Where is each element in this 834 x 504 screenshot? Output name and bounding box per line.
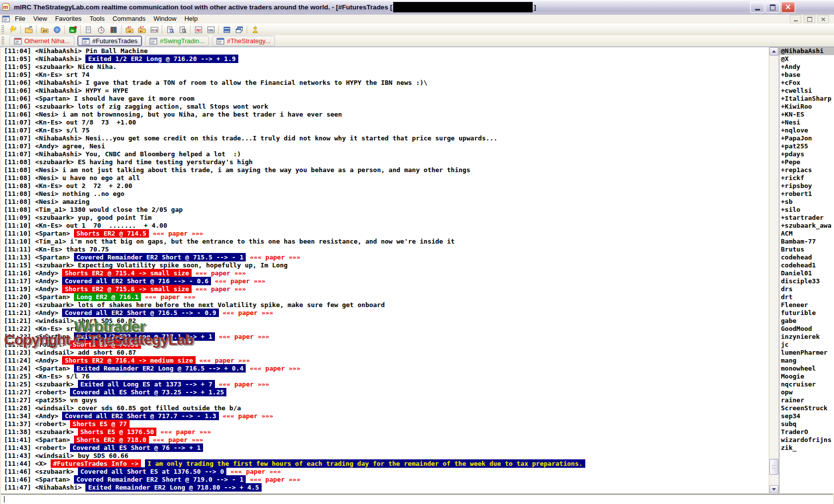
userlist-item[interactable]: +nqlove [779,126,834,134]
userlist-item[interactable]: +silo [779,206,834,214]
tab-othernetniha[interactable]: Othernet Niha... [9,36,74,46]
menu-commands[interactable]: Commands [109,14,149,23]
menu-tools[interactable]: Tools [85,14,108,23]
switchbar-grip-handle[interactable] [1,37,4,45]
tab-futurestrades[interactable]: #FuturesTrades [77,36,142,46]
close-button[interactable]: × [781,1,795,13]
toolbar-options-button[interactable] [22,24,35,35]
scrollbar-thumb[interactable] [769,459,778,475]
userlist-item[interactable]: Daniel01 [779,269,834,277]
toolbar-dcc-options-button[interactable]: DCC [148,24,160,35]
toolbar-cascade-windows-button[interactable] [233,24,245,35]
userlist-item[interactable]: +base [779,71,834,79]
restore-button[interactable] [765,1,780,13]
toolbar-dcc-chat-button[interactable]: C? [136,24,148,35]
userlist-item[interactable]: wizardofrijns [779,436,834,444]
scroll-up-button[interactable] [769,47,778,56]
userlist-item[interactable]: drs [779,285,834,293]
userlist-item[interactable]: +Andy [779,63,834,71]
userlist-item[interactable]: @NihabaAshi [779,47,834,55]
userlist-item[interactable]: ACM [779,230,834,238]
minimize-button[interactable] [750,1,764,13]
userlist-item[interactable]: +cFox [779,79,834,87]
toolbar-grip-handle[interactable] [1,25,4,34]
userlist-item[interactable]: +KiwiRoo [779,103,834,111]
tab-thestrategy[interactable]: #TheStrategy... [212,36,275,46]
userlist-item[interactable]: subq [779,420,834,428]
userlist-item[interactable]: +pdays [779,150,834,158]
userlist-item[interactable]: +ItalianSharp [779,95,834,103]
userlist-item[interactable]: +Nesi [779,119,834,126]
toolbar-find-text-button[interactable] [176,24,189,35]
userlist-item[interactable]: zik_ [779,444,834,452]
userlist-item[interactable]: +startrader [779,214,834,222]
userlist-item[interactable]: TraderO [779,428,834,436]
userlist-item[interactable]: +sb [779,198,834,206]
userlist-item[interactable]: ScreenStruck [779,404,834,412]
userlist-item[interactable]: +robert1 [779,190,834,198]
menu-window[interactable]: Window [149,14,180,23]
chat-message-area[interactable]: [11:04] <NihabaAshi> Pin Ball Machine[11… [1,47,768,494]
toolbar-notes-button[interactable] [82,24,95,35]
userlist-item[interactable]: futurible [779,309,834,317]
userlist-item[interactable]: +PapaJon [779,134,834,142]
scroll-down-button[interactable] [769,485,778,494]
userlist-item[interactable]: mang [779,357,834,365]
nickname: <Spartan> [35,95,74,102]
menu-favorites[interactable]: Favorites [51,14,85,23]
timestamp: [11:43] [4,452,35,459]
toolbar-servers-button[interactable] [51,24,63,35]
menu-help[interactable]: Help [180,14,202,23]
userlist-item[interactable]: +rep1acs [779,166,834,174]
userlist-item[interactable]: @X [779,55,834,63]
toolbar-finger-button[interactable] [164,24,176,35]
mdi-restore-button[interactable] [804,15,815,23]
mdi-close-button[interactable]: × [818,15,829,23]
chat-scrollbar[interactable] [769,47,778,494]
nickname: <Andy> [35,412,63,420]
userlist-item[interactable]: +ripsboy [779,182,834,190]
userlist-item[interactable]: codehead [779,253,834,261]
userlist-item[interactable]: sep34 [779,412,834,420]
message-input[interactable] [1,494,833,504]
userlist-item[interactable]: monowheel [779,365,834,373]
menu-file[interactable]: File [11,14,29,23]
toolbar-dcc-send-button[interactable]: S? [123,24,136,35]
userlist-item[interactable]: drt [779,293,834,301]
toolbar-notify-list-button[interactable]: N! [192,24,205,35]
userlist-item[interactable]: nqcruiser [779,380,834,388]
toolbar-address-book-button[interactable] [107,24,120,35]
userlist-item[interactable]: gabe [779,317,834,325]
toolbar-timer-button[interactable] [95,24,107,35]
toolbar-channels-folder-button[interactable]: #+ [38,24,51,35]
userlist-item[interactable]: opw [779,388,834,396]
toolbar-url-catcher-button[interactable]: URL [205,24,217,35]
userlist-item[interactable]: codehead1 [779,261,834,269]
userlist-item[interactable]: Fleneer [779,301,834,309]
mdi-minimize-button[interactable] [790,15,801,23]
toolbar-away-button[interactable] [249,24,261,35]
userlist-item[interactable]: disciple33 [779,277,834,285]
nick-list[interactable]: @NihabaAshi@X+Andy+base+cFox+cwellsi+Ita… [779,47,834,494]
toolbar-tile-windows-button[interactable] [220,24,233,35]
userlist-item[interactable]: Bambam-77 [779,238,834,246]
userlist-item[interactable]: jc [779,341,834,349]
userlist-item[interactable]: GoodMood [779,325,834,333]
message-text: 1380 would close the 2/05 gap [70,206,183,213]
tab-swingtradin[interactable]: #SwingTradin... [145,36,209,46]
toolbar-script-editor-button[interactable]: /a [67,24,79,35]
userlist-item[interactable]: inzynierek [779,333,834,341]
userlist-item[interactable]: +KN-ES [779,111,834,119]
userlist-item[interactable]: lumenPharmer [779,349,834,357]
userlist-item[interactable]: Moogie [779,373,834,380]
userlist-item[interactable]: +cwellsi [779,87,834,95]
userlist-item[interactable]: +rickf [779,174,834,182]
menu-view[interactable]: View [29,14,51,23]
userlist-item[interactable]: +Pepe [779,158,834,166]
userlist-item[interactable]: rainer [779,396,834,404]
nickname: <NihabaAshi> [35,87,86,94]
toolbar-connect-button[interactable] [6,24,19,35]
userlist-item[interactable]: Brutus [779,246,834,253]
userlist-item[interactable]: +szubaark_awa [779,222,834,230]
userlist-item[interactable]: +pat255 [779,142,834,150]
